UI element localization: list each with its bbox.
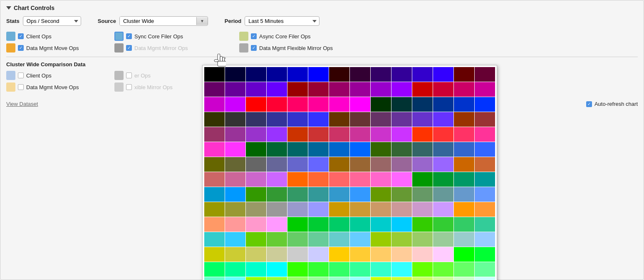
color-cell[interactable] bbox=[412, 247, 433, 262]
color-cell[interactable] bbox=[246, 187, 266, 202]
color-swatch-data-mgmt-flexible-mirror-ops[interactable] bbox=[239, 43, 248, 52]
color-cell[interactable] bbox=[454, 232, 474, 247]
color-cell[interactable] bbox=[329, 157, 349, 172]
color-cell[interactable] bbox=[350, 187, 370, 202]
color-cell[interactable] bbox=[267, 97, 287, 112]
color-cell[interactable] bbox=[329, 82, 349, 97]
color-cell[interactable] bbox=[225, 127, 245, 142]
color-cell[interactable] bbox=[246, 67, 266, 82]
color-cell[interactable] bbox=[454, 247, 474, 262]
color-cell[interactable] bbox=[433, 262, 453, 277]
comp-checkbox-data-mgmt-move-ops[interactable] bbox=[18, 84, 24, 90]
color-cell[interactable] bbox=[371, 172, 391, 187]
color-cell[interactable] bbox=[287, 127, 308, 142]
color-cell[interactable] bbox=[204, 67, 225, 82]
stats-select[interactable]: Ops / Second Ops / Minute Total Ops bbox=[23, 16, 81, 26]
checkbox-data-mgmt-mirror-ops[interactable] bbox=[126, 45, 132, 51]
color-cell[interactable] bbox=[329, 262, 349, 277]
source-dropdown-btn[interactable]: ▼ bbox=[196, 17, 208, 25]
color-cell[interactable] bbox=[433, 202, 453, 217]
color-cell[interactable] bbox=[225, 157, 245, 172]
color-cell[interactable] bbox=[371, 67, 391, 82]
color-cell[interactable] bbox=[287, 157, 308, 172]
color-cell[interactable] bbox=[433, 142, 453, 157]
color-cell[interactable] bbox=[246, 262, 266, 277]
color-cell[interactable] bbox=[454, 112, 474, 127]
color-cell[interactable] bbox=[454, 82, 474, 97]
color-cell[interactable] bbox=[475, 82, 495, 97]
color-cell[interactable] bbox=[475, 262, 495, 277]
color-cell[interactable] bbox=[475, 67, 495, 82]
color-cell[interactable] bbox=[246, 82, 266, 97]
color-cell[interactable] bbox=[267, 217, 287, 232]
color-cell[interactable] bbox=[329, 112, 349, 127]
color-cell[interactable] bbox=[225, 112, 245, 127]
color-cell[interactable] bbox=[412, 127, 433, 142]
color-cell[interactable] bbox=[329, 67, 349, 82]
color-cell[interactable] bbox=[329, 277, 349, 280]
color-cell[interactable] bbox=[246, 157, 266, 172]
color-cell[interactable] bbox=[267, 67, 287, 82]
color-cell[interactable] bbox=[308, 97, 329, 112]
color-cell[interactable] bbox=[433, 217, 453, 232]
color-cell[interactable] bbox=[225, 67, 245, 82]
color-cell[interactable] bbox=[267, 112, 287, 127]
color-cell[interactable] bbox=[225, 172, 245, 187]
color-cell[interactable] bbox=[246, 277, 266, 280]
color-cell[interactable] bbox=[287, 232, 308, 247]
color-cell[interactable] bbox=[246, 217, 266, 232]
color-cell[interactable] bbox=[204, 247, 225, 262]
color-cell[interactable] bbox=[225, 97, 245, 112]
color-cell[interactable] bbox=[246, 172, 266, 187]
color-cell[interactable] bbox=[454, 172, 474, 187]
color-cell[interactable] bbox=[433, 277, 453, 280]
color-cell[interactable] bbox=[308, 112, 329, 127]
color-cell[interactable] bbox=[350, 157, 370, 172]
color-cell[interactable] bbox=[454, 262, 474, 277]
color-cell[interactable] bbox=[433, 157, 453, 172]
checkbox-data-mgmt-flexible-mirror-ops[interactable] bbox=[251, 45, 257, 51]
color-cell[interactable] bbox=[433, 127, 453, 142]
color-cell[interactable] bbox=[350, 232, 370, 247]
color-cell[interactable] bbox=[287, 112, 308, 127]
color-cell[interactable] bbox=[371, 202, 391, 217]
color-cell[interactable] bbox=[412, 217, 433, 232]
color-cell[interactable] bbox=[287, 142, 308, 157]
color-cell[interactable] bbox=[246, 247, 266, 262]
color-cell[interactable] bbox=[475, 277, 495, 280]
comp-color-swatch-sync-core-filer-ops[interactable] bbox=[114, 71, 124, 80]
color-cell[interactable] bbox=[412, 232, 433, 247]
color-cell[interactable] bbox=[433, 232, 453, 247]
color-cell[interactable] bbox=[454, 97, 474, 112]
color-cell[interactable] bbox=[412, 157, 433, 172]
color-cell[interactable] bbox=[204, 232, 225, 247]
color-cell[interactable] bbox=[287, 202, 308, 217]
color-cell[interactable] bbox=[391, 127, 412, 142]
color-cell[interactable] bbox=[267, 277, 287, 280]
color-cell[interactable] bbox=[308, 82, 329, 97]
color-cell[interactable] bbox=[308, 157, 329, 172]
color-cell[interactable] bbox=[225, 82, 245, 97]
color-cell[interactable] bbox=[371, 112, 391, 127]
color-cell[interactable] bbox=[454, 277, 474, 280]
color-cell[interactable] bbox=[412, 112, 433, 127]
color-cell[interactable] bbox=[329, 142, 349, 157]
comp-checkbox-data-mgmt-mirror-ops[interactable] bbox=[126, 84, 132, 90]
color-cell[interactable] bbox=[225, 232, 245, 247]
color-cell[interactable] bbox=[391, 112, 412, 127]
color-cell[interactable] bbox=[350, 277, 370, 280]
color-cell[interactable] bbox=[287, 67, 308, 82]
color-cell[interactable] bbox=[350, 142, 370, 157]
comp-color-swatch-data-mgmt-mirror-ops[interactable] bbox=[114, 82, 124, 92]
color-swatch-data-mgmt-mirror-ops[interactable] bbox=[114, 43, 124, 52]
color-cell[interactable] bbox=[391, 142, 412, 157]
color-cell[interactable] bbox=[475, 157, 495, 172]
color-cell[interactable] bbox=[204, 202, 225, 217]
color-cell[interactable] bbox=[350, 127, 370, 142]
color-cell[interactable] bbox=[308, 247, 329, 262]
source-input[interactable] bbox=[120, 17, 196, 25]
collapse-triangle-icon[interactable] bbox=[6, 6, 11, 10]
color-swatch-client-ops[interactable] bbox=[6, 32, 15, 41]
color-cell[interactable] bbox=[267, 127, 287, 142]
checkbox-async-core-filer-ops[interactable] bbox=[251, 33, 257, 39]
